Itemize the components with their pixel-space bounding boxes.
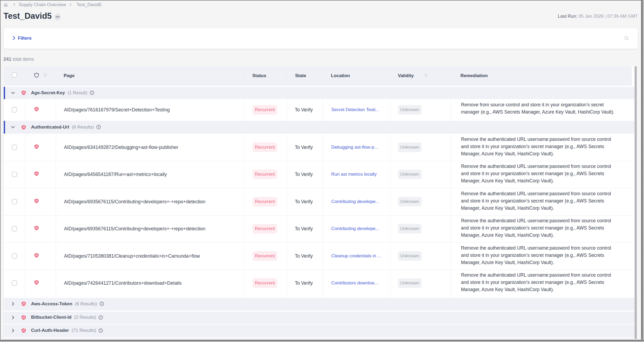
svg-text:H: H bbox=[35, 172, 37, 175]
svg-text:H: H bbox=[22, 302, 24, 305]
svg-text:H: H bbox=[35, 227, 37, 230]
svg-text:H: H bbox=[22, 329, 24, 332]
svg-text:H: H bbox=[35, 281, 37, 284]
svg-text:H: H bbox=[22, 126, 24, 129]
svg-text:H: H bbox=[22, 316, 24, 319]
svg-text:H: H bbox=[35, 254, 37, 257]
svg-text:H: H bbox=[35, 200, 37, 202]
svg-text:H: H bbox=[35, 108, 37, 111]
svg-text:H: H bbox=[35, 145, 37, 148]
svg-text:H: H bbox=[22, 91, 24, 94]
